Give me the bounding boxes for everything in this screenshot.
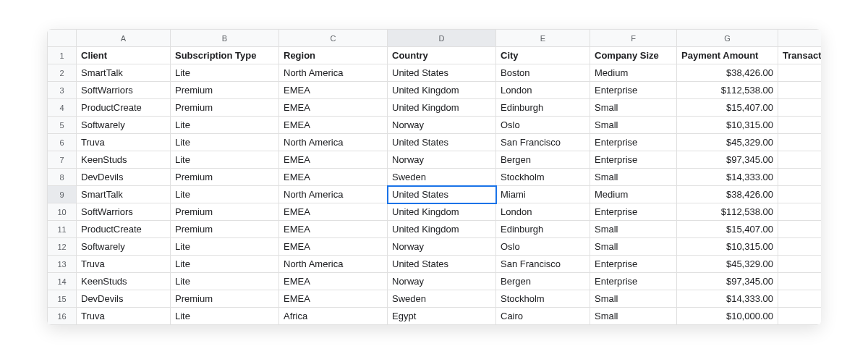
cell[interactable]: North America	[279, 186, 388, 203]
cell[interactable]: 10/1/2018	[778, 64, 822, 82]
cell[interactable]: Small	[590, 238, 677, 256]
cell[interactable]: Lite	[171, 256, 279, 273]
cell[interactable]: 11/1/2018	[778, 256, 822, 273]
cell[interactable]: United States	[388, 256, 496, 273]
cell[interactable]: EMEA	[279, 99, 388, 117]
cell[interactable]: $112,538.00	[677, 82, 778, 99]
cell[interactable]: Edinburgh	[496, 221, 590, 238]
cell[interactable]: Oslo	[496, 117, 590, 134]
cell[interactable]: Small	[590, 99, 677, 117]
cell[interactable]: $45,329.00	[677, 134, 778, 151]
cell[interactable]: $14,333.00	[677, 169, 778, 186]
cell[interactable]: $38,426.00	[677, 186, 778, 203]
header-cell[interactable]: Transaction Date	[778, 47, 822, 64]
cell[interactable]: North America	[279, 64, 388, 82]
cell[interactable]: Enterprise	[590, 273, 677, 290]
row-header-1[interactable]: 1	[48, 47, 77, 64]
cell[interactable]: SmartTalk	[77, 64, 171, 82]
cell[interactable]: United Kingdom	[388, 99, 496, 117]
cell[interactable]: DevDevils	[77, 169, 171, 186]
header-cell[interactable]: Region	[279, 47, 388, 64]
cell[interactable]: United Kingdom	[388, 203, 496, 221]
cell[interactable]: Oslo	[496, 238, 590, 256]
cell[interactable]: $15,407.00	[677, 221, 778, 238]
cell[interactable]: Sweden	[388, 169, 496, 186]
cell[interactable]: DevDevils	[77, 290, 171, 308]
header-cell[interactable]: Subscription Type	[171, 47, 279, 64]
cell[interactable]: North America	[279, 134, 388, 151]
row-header-5[interactable]: 5	[48, 117, 77, 134]
row-header-14[interactable]: 14	[48, 273, 77, 290]
cell[interactable]: North America	[279, 256, 388, 273]
cell[interactable]: EMEA	[279, 117, 388, 134]
header-cell[interactable]: City	[496, 47, 590, 64]
cell[interactable]: 10/1/2018	[778, 169, 822, 186]
cell[interactable]: London	[496, 203, 590, 221]
cell[interactable]: Enterprise	[590, 151, 677, 169]
cell[interactable]: Edinburgh	[496, 99, 590, 117]
cell[interactable]: 10/1/2018	[778, 99, 822, 117]
cell[interactable]: 10/1/2018	[778, 134, 822, 151]
cell[interactable]: KeenStuds	[77, 151, 171, 169]
cell[interactable]: Bergen	[496, 151, 590, 169]
row-header-12[interactable]: 12	[48, 238, 77, 256]
cell[interactable]: San Francisco	[496, 134, 590, 151]
row-header-11[interactable]: 11	[48, 221, 77, 238]
cell[interactable]: EMEA	[279, 151, 388, 169]
cell[interactable]: Truva	[77, 308, 171, 325]
row-header-3[interactable]: 3	[48, 82, 77, 99]
cell[interactable]: San Francisco	[496, 256, 590, 273]
cell[interactable]: KeenStuds	[77, 273, 171, 290]
cell[interactable]: 12/1/2018	[778, 308, 822, 325]
cell[interactable]: $10,315.00	[677, 117, 778, 134]
cell[interactable]: Premium	[171, 203, 279, 221]
cell[interactable]: 11/1/2018	[778, 221, 822, 238]
column-header-F[interactable]: F	[590, 30, 677, 47]
cell[interactable]: United States	[388, 64, 496, 82]
cell[interactable]: Africa	[279, 308, 388, 325]
cell[interactable]: Small	[590, 290, 677, 308]
cell[interactable]: 11/1/2018	[778, 203, 822, 221]
cell[interactable]: Stockholm	[496, 290, 590, 308]
cell[interactable]: Small	[590, 169, 677, 186]
cell[interactable]: $45,329.00	[677, 256, 778, 273]
cell[interactable]: United Kingdom	[388, 221, 496, 238]
cell[interactable]: Lite	[171, 238, 279, 256]
header-cell[interactable]: Client	[77, 47, 171, 64]
row-header-15[interactable]: 15	[48, 290, 77, 308]
cell[interactable]: $10,315.00	[677, 238, 778, 256]
cell[interactable]: EMEA	[279, 238, 388, 256]
cell[interactable]: $15,407.00	[677, 99, 778, 117]
cell[interactable]: EMEA	[279, 203, 388, 221]
column-header-C[interactable]: C	[279, 30, 388, 47]
cell[interactable]: Boston	[496, 64, 590, 82]
cell[interactable]: Egypt	[388, 308, 496, 325]
row-header-10[interactable]: 10	[48, 203, 77, 221]
cell[interactable]: Norway	[388, 117, 496, 134]
cell[interactable]: London	[496, 82, 590, 99]
row-header-16[interactable]: 16	[48, 308, 77, 325]
cell[interactable]: Small	[590, 308, 677, 325]
cell[interactable]: Medium	[590, 186, 677, 203]
cell[interactable]: Norway	[388, 273, 496, 290]
cell[interactable]: United States	[388, 186, 496, 203]
row-header-9[interactable]: 9	[48, 186, 77, 203]
cell[interactable]: ProductCreate	[77, 99, 171, 117]
cell[interactable]: Truva	[77, 256, 171, 273]
cell[interactable]: Premium	[171, 221, 279, 238]
column-header-E[interactable]: E	[496, 30, 590, 47]
cell[interactable]: 11/1/2018	[778, 273, 822, 290]
cell[interactable]: Norway	[388, 151, 496, 169]
cell[interactable]: United Kingdom	[388, 82, 496, 99]
select-all-corner[interactable]	[48, 30, 77, 47]
cell[interactable]: EMEA	[279, 82, 388, 99]
row-header-13[interactable]: 13	[48, 256, 77, 273]
cell[interactable]: $14,333.00	[677, 290, 778, 308]
header-cell[interactable]: Country	[388, 47, 496, 64]
cell[interactable]: EMEA	[279, 169, 388, 186]
cell[interactable]: 10/1/2018	[778, 117, 822, 134]
cell[interactable]: Small	[590, 221, 677, 238]
cell[interactable]: Softwarely	[77, 117, 171, 134]
cell[interactable]: ProductCreate	[77, 221, 171, 238]
cell[interactable]: Premium	[171, 99, 279, 117]
